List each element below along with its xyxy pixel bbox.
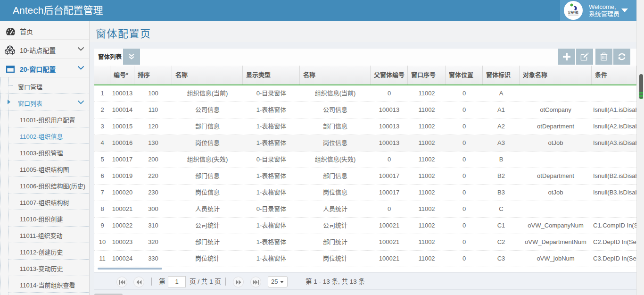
svg-text:安特科技: 安特科技 bbox=[568, 10, 579, 14]
